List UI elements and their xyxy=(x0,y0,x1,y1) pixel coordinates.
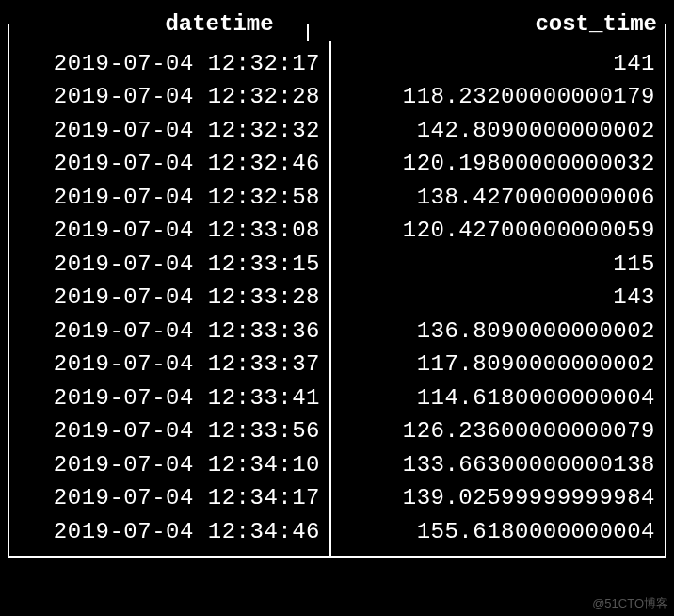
table-cell: 2019-07-04 12:32:46 xyxy=(19,147,320,181)
table-cell: 115 xyxy=(341,248,655,282)
table-cell: 126.23600000000079 xyxy=(341,414,655,448)
table-cell: 2019-07-04 12:32:28 xyxy=(19,80,320,114)
table-cell: 117.8090000000002 xyxy=(341,348,655,381)
table-cell: 138.4270000000006 xyxy=(341,181,655,215)
table-cell: 2019-07-04 12:33:28 xyxy=(19,281,320,315)
table-cell: 2019-07-04 12:34:46 xyxy=(19,515,320,549)
table-cell: 142.8090000000002 xyxy=(341,114,655,148)
table-cell: 133.66300000000138 xyxy=(341,448,655,482)
table-header-row: datetime cost_time xyxy=(8,8,666,41)
table-cell: 139.02599999999984 xyxy=(341,481,655,515)
table-cell: 136.8090000000002 xyxy=(341,315,655,349)
data-table: 2019-07-04 12:32:17 2019-07-04 12:32:28 … xyxy=(8,41,666,559)
table-cell: 2019-07-04 12:33:36 xyxy=(19,315,320,349)
table-cell: 118.23200000000179 xyxy=(341,80,655,114)
column-header-cost-time: cost_time xyxy=(309,8,666,41)
table-cell: 155.6180000000004 xyxy=(341,515,655,549)
table-cell: 114.6180000000004 xyxy=(341,381,655,415)
table-cell: 120.42700000000059 xyxy=(341,214,655,248)
column-cost-time: 141 118.23200000000179 142.8090000000002… xyxy=(329,41,665,557)
table-cell: 2019-07-04 12:33:15 xyxy=(19,248,320,282)
table-cell: 2019-07-04 12:32:32 xyxy=(19,114,320,148)
column-datetime: 2019-07-04 12:32:17 2019-07-04 12:32:28 … xyxy=(9,41,329,557)
table-cell: 2019-07-04 12:34:10 xyxy=(19,448,320,482)
table-cell: 2019-07-04 12:32:58 xyxy=(19,181,320,215)
table-cell: 141 xyxy=(341,47,655,81)
table-cell: 120.19800000000032 xyxy=(341,147,655,181)
table-cell: 2019-07-04 12:33:56 xyxy=(19,414,320,448)
table-cell: 2019-07-04 12:33:08 xyxy=(19,214,320,248)
table-cell: 2019-07-04 12:32:17 xyxy=(19,47,320,81)
column-header-datetime: datetime xyxy=(8,8,309,41)
table-cell: 143 xyxy=(341,281,655,315)
table-cell: 2019-07-04 12:33:41 xyxy=(19,381,320,415)
table-cell: 2019-07-04 12:33:37 xyxy=(19,348,320,381)
table-cell: 2019-07-04 12:34:17 xyxy=(19,481,320,515)
